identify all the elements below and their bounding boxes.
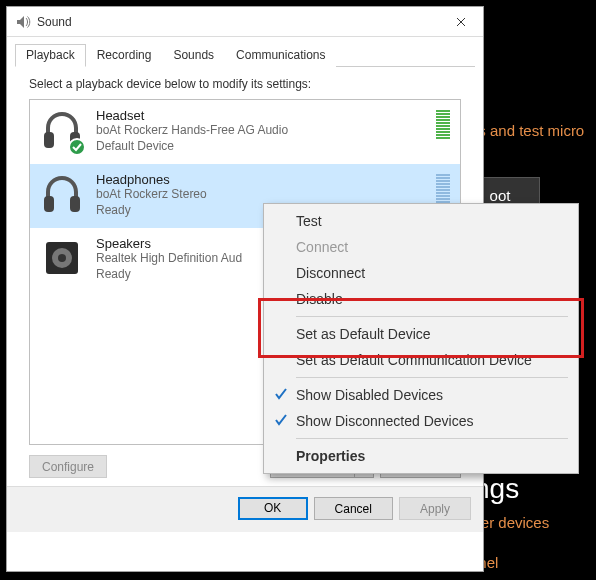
titlebar[interactable]: Sound	[7, 7, 483, 37]
ok-button[interactable]: OK	[238, 497, 308, 520]
device-name: Headset	[96, 108, 432, 123]
window-title: Sound	[37, 15, 438, 29]
cm-properties[interactable]: Properties	[266, 443, 576, 469]
check-icon	[274, 413, 288, 427]
headset-icon	[38, 106, 86, 154]
tab-recording[interactable]: Recording	[86, 44, 163, 67]
device-info: Headset boAt Rockerz Hands-Free AG Audio…	[96, 106, 432, 154]
tab-strip: Playback Recording Sounds Communications	[15, 43, 475, 67]
cm-set-default-device[interactable]: Set as Default Device	[266, 321, 576, 347]
check-icon	[274, 387, 288, 401]
tab-description: Select a playback device below to modify…	[29, 77, 461, 91]
cm-show-disabled[interactable]: Show Disabled Devices	[266, 382, 576, 408]
apply-button[interactable]: Apply	[399, 497, 471, 520]
tab-sounds[interactable]: Sounds	[162, 44, 225, 67]
cm-disable[interactable]: Disable	[266, 286, 576, 312]
svg-rect-0	[44, 132, 54, 148]
cm-separator	[296, 438, 568, 439]
cancel-button[interactable]: Cancel	[314, 497, 393, 520]
cm-set-default-comm-device[interactable]: Set as Default Communication Device	[266, 347, 576, 373]
cm-label: Show Disconnected Devices	[296, 413, 473, 429]
bg-link-test-micro[interactable]: es and test micro	[470, 122, 584, 139]
tab-playback[interactable]: Playback	[15, 44, 86, 67]
device-desc: boAt Rockerz Hands-Free AG Audio	[96, 123, 432, 139]
cm-separator	[296, 316, 568, 317]
context-menu: Test Connect Disconnect Disable Set as D…	[263, 203, 579, 474]
configure-button[interactable]: Configure	[29, 455, 107, 478]
cm-connect: Connect	[266, 234, 576, 260]
speakers-icon	[38, 234, 86, 282]
tab-communications[interactable]: Communications	[225, 44, 336, 67]
svg-point-6	[58, 254, 66, 262]
sound-icon	[15, 14, 31, 30]
device-desc: boAt Rockerz Stereo	[96, 187, 432, 203]
default-check-icon	[68, 138, 86, 156]
svg-rect-3	[70, 196, 80, 212]
device-name: Headphones	[96, 172, 432, 187]
close-button[interactable]	[438, 7, 483, 37]
cm-separator	[296, 377, 568, 378]
cm-show-disconnected[interactable]: Show Disconnected Devices	[266, 408, 576, 434]
headphones-icon	[38, 170, 86, 218]
dialog-button-row: OK Cancel Apply	[7, 486, 483, 532]
cm-disconnect[interactable]: Disconnect	[266, 260, 576, 286]
device-status: Default Device	[96, 139, 432, 155]
svg-rect-2	[44, 196, 54, 212]
device-headset[interactable]: Headset boAt Rockerz Hands-Free AG Audio…	[30, 100, 460, 164]
level-meter	[436, 110, 450, 139]
cm-label: Show Disabled Devices	[296, 387, 443, 403]
close-icon	[456, 17, 466, 27]
level-meter	[436, 174, 450, 203]
cm-test[interactable]: Test	[266, 208, 576, 234]
